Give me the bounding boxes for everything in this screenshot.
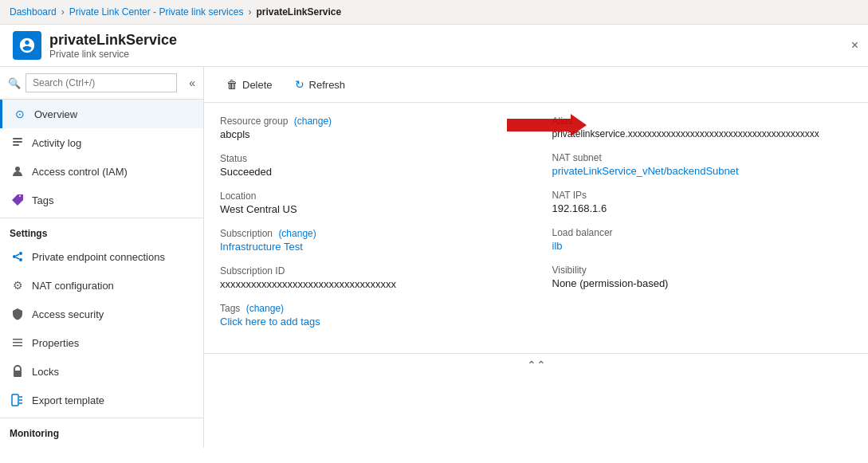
tags-label: Tags (change) (220, 303, 520, 314)
sidebar-nav: ⊙ Overview Activity log Access control (… (0, 100, 203, 448)
svg-point-5 (19, 252, 22, 255)
arrow-svg (491, 109, 587, 141)
settings-section-label: Settings (0, 218, 203, 242)
nat-ips-label: NAT IPs (552, 190, 853, 201)
header-text: privateLinkService Private link service (49, 32, 177, 60)
refresh-label: Refresh (309, 79, 346, 91)
tags-change-link[interactable]: (change) (246, 303, 284, 314)
collapse-button[interactable]: « (189, 77, 195, 89)
subscription-label: Subscription (change) (220, 228, 520, 239)
subscription-link[interactable]: Infrastructure Test (220, 241, 303, 253)
subscription-value: Infrastructure Test (220, 241, 520, 253)
subscription-change-link[interactable]: (change) (278, 228, 316, 239)
sidebar-item-label: Locks (32, 366, 59, 378)
svg-rect-0 (13, 138, 22, 139)
field-alias: Alias privatelinkservice.xxxxxxxxxxxxxxx… (552, 116, 853, 139)
subscription-id-value: xxxxxxxxxxxxxxxxxxxxxxxxxxxxxxxxxx (220, 278, 520, 290)
field-status: Status Succeeded (220, 153, 520, 178)
resource-group-change-link[interactable]: (change) (294, 116, 332, 127)
nat-ips-value: 192.168.1.6 (552, 202, 853, 214)
sidebar-item-access-control[interactable]: Access control (IAM) (0, 157, 203, 186)
delete-button[interactable]: 🗑 Delete (217, 73, 282, 96)
location-value: West Central US (220, 203, 520, 215)
search-icon: 🔍 (8, 77, 21, 89)
svg-rect-11 (13, 345, 22, 347)
alias-value: privatelinkservice.xxxxxxxxxxxxxxxxxxxxx… (552, 128, 853, 139)
main-content: 🗑 Delete ↻ Refresh Resource group (chang… (204, 67, 868, 448)
breadcrumb-current: privateLinkService (256, 6, 341, 18)
resource-group-value: abcpls (220, 128, 520, 140)
subscription-id-label: Subscription ID (220, 265, 520, 277)
right-column: Alias privatelinkservice.xxxxxxxxxxxxxxx… (552, 116, 853, 340)
sidebar-search-container: 🔍 « (0, 67, 203, 100)
svg-point-6 (19, 258, 22, 261)
sidebar-item-private-endpoint[interactable]: Private endpoint connections (0, 242, 203, 271)
field-tags: Tags (change) Click here to add tags (220, 303, 520, 328)
tags-value: Click here to add tags (220, 316, 520, 328)
breadcrumb-dashboard[interactable]: Dashboard (10, 6, 57, 18)
field-load-balancer: Load balancer ilb (552, 227, 853, 252)
locks-icon (10, 363, 26, 379)
sidebar-item-label: Overview (34, 108, 77, 120)
main-layout: 🔍 « ⊙ Overview Activity log (0, 67, 868, 448)
sidebar-item-nat-config[interactable]: ⚙ NAT configuration (0, 271, 203, 300)
visibility-label: Visibility (552, 265, 853, 276)
refresh-button[interactable]: ↻ Refresh (285, 73, 355, 96)
add-tags-link[interactable]: Click here to add tags (220, 316, 320, 328)
sidebar-item-tags[interactable]: Tags (0, 186, 203, 214)
private-endpoint-icon (10, 249, 26, 265)
breadcrumb-sep-1: › (61, 6, 65, 18)
delete-label: Delete (242, 79, 273, 91)
tags-icon (10, 192, 26, 208)
sidebar-item-activity-log[interactable]: Activity log (0, 128, 203, 157)
svg-line-7 (16, 254, 19, 256)
breadcrumb: Dashboard › Private Link Center - Privat… (0, 0, 868, 25)
load-balancer-value: ilb (552, 240, 853, 252)
svg-rect-1 (13, 141, 22, 143)
sidebar-item-alerts[interactable]: Alerts (0, 442, 203, 448)
access-control-icon (10, 163, 26, 179)
sidebar-item-properties[interactable]: Properties (0, 328, 203, 357)
content-grid: Resource group (change) abcpls Status Su… (204, 103, 868, 353)
properties-icon (10, 335, 26, 351)
svg-point-3 (15, 167, 20, 171)
breadcrumb-private-link[interactable]: Private Link Center - Private link servi… (69, 6, 244, 18)
monitoring-section-label: Monitoring (0, 418, 203, 442)
content-area: Resource group (change) abcpls Status Su… (204, 103, 868, 376)
load-balancer-link[interactable]: ilb (552, 240, 563, 252)
private-link-icon (18, 37, 36, 54)
overview-icon: ⊙ (12, 106, 28, 122)
sidebar-item-label: Access control (IAM) (32, 166, 128, 178)
arrow-annotation (491, 109, 587, 141)
sidebar-item-overview[interactable]: ⊙ Overview (0, 100, 203, 128)
sidebar-item-label: Private endpoint connections (32, 251, 165, 263)
nat-subnet-link[interactable]: privateLinkService_vNet/backendSubnet (552, 165, 739, 177)
breadcrumb-sep-2: › (248, 6, 251, 18)
sidebar-item-label: NAT configuration (32, 280, 114, 292)
svg-rect-9 (13, 339, 22, 340)
field-subscription: Subscription (change) Infrastructure Tes… (220, 228, 520, 253)
sidebar-item-export-template[interactable]: Export template (0, 386, 203, 414)
access-security-icon (10, 306, 26, 322)
page-subtitle: Private link service (49, 49, 177, 60)
visibility-value: None (permission-based) (552, 277, 853, 289)
svg-rect-2 (13, 144, 19, 146)
svg-rect-10 (13, 342, 22, 343)
sidebar-item-access-security[interactable]: Access security (0, 300, 203, 328)
collapse-up-button[interactable]: ⌃⌃ (527, 359, 546, 371)
close-button[interactable]: × (851, 38, 858, 53)
collapse-row: ⌃⌃ (204, 353, 868, 376)
load-balancer-label: Load balancer (552, 227, 853, 238)
status-value: Succeeded (220, 166, 520, 178)
field-location: Location West Central US (220, 190, 520, 215)
nat-subnet-label: NAT subnet (552, 152, 853, 163)
sidebar-item-locks[interactable]: Locks (0, 357, 203, 386)
sidebar: 🔍 « ⊙ Overview Activity log (0, 67, 204, 448)
location-label: Location (220, 190, 520, 202)
sidebar-item-label: Properties (32, 337, 79, 349)
page-header: privateLinkService Private link service … (0, 25, 868, 67)
svg-marker-17 (507, 114, 587, 136)
field-subscription-id: Subscription ID xxxxxxxxxxxxxxxxxxxxxxxx… (220, 265, 520, 290)
status-label: Status (220, 153, 520, 164)
search-input[interactable] (26, 73, 177, 92)
